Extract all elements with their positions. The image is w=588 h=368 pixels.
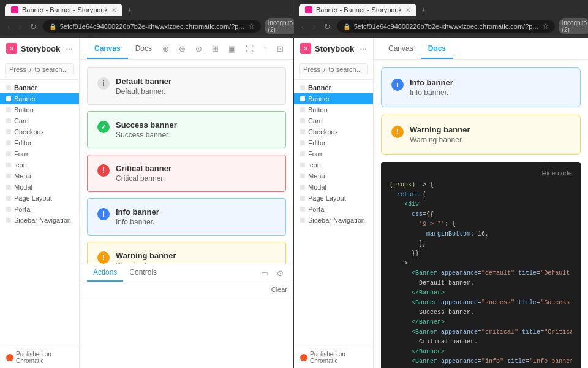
- left-actions-screen-btn[interactable]: ▭: [258, 267, 271, 279]
- right-tab-close[interactable]: ✕: [405, 7, 410, 13]
- left-refresh-btn[interactable]: ↻: [28, 21, 39, 33]
- right-published-badge: Published on Chromatic: [300, 351, 367, 364]
- left-zoom-in-btn[interactable]: ⊕: [160, 43, 172, 55]
- right-sidebar-item-banner-group[interactable]: Banner: [294, 82, 373, 93]
- left-forward-btn[interactable]: ›: [16, 21, 23, 33]
- right-nav-dot-form: [300, 151, 305, 156]
- left-tab-docs[interactable]: Docs: [128, 39, 159, 59]
- left-sidebar-item-form[interactable]: Form: [0, 148, 79, 159]
- left-sidebar-item-modal[interactable]: Modal: [0, 182, 79, 193]
- right-nav-dot-banner-group: [300, 85, 305, 90]
- left-back-btn[interactable]: ‹: [5, 21, 12, 33]
- right-sidebar-item-portal[interactable]: Portal: [294, 204, 373, 215]
- right-address-bar[interactable]: 🔒 5efcf81e64c94600226b7b2e-xhwwxlzoec.ch…: [337, 20, 555, 33]
- right-hide-code-btn[interactable]: Hide code: [541, 169, 572, 177]
- left-sidebar-item-card[interactable]: Card: [0, 115, 79, 126]
- left-sidebar-label-card: Card: [14, 117, 29, 125]
- left-sidebar-item-portal[interactable]: Portal: [0, 204, 79, 215]
- left-fullscreen-btn[interactable]: ⛶: [243, 43, 256, 55]
- right-sidebar-item-form[interactable]: Form: [294, 148, 373, 159]
- right-sidebar-item-menu[interactable]: Menu: [294, 171, 373, 182]
- right-sidebar-item-pagelayout[interactable]: Page Layout: [294, 193, 373, 204]
- left-new-tab-btn[interactable]: +: [125, 5, 135, 15]
- right-sidebar-label-portal: Portal: [308, 205, 326, 213]
- left-sidebar-item-menu[interactable]: Menu: [0, 171, 79, 182]
- left-sidebar-footer: Published on Chromatic: [0, 347, 79, 368]
- right-search-input[interactable]: [299, 63, 368, 75]
- left-bg-btn[interactable]: ▣: [226, 43, 238, 55]
- right-tab-docs[interactable]: Docs: [421, 39, 453, 59]
- left-sidebar-label-pagelayout: Page Layout: [14, 194, 52, 202]
- left-tab-bar: Banner - Banner - Storybook ✕ +: [5, 4, 288, 16]
- right-sidebar-item-icon[interactable]: Icon: [294, 159, 373, 171]
- left-sidebar-menu-btn[interactable]: ···: [66, 44, 73, 53]
- left-tab-canvas[interactable]: Canvas: [87, 39, 128, 59]
- left-banner-critical-text: Critical banner Critical banner.: [116, 164, 276, 183]
- right-refresh-btn[interactable]: ↻: [322, 21, 333, 33]
- left-sidebar-label-editor: Editor: [14, 139, 32, 147]
- right-doc-banner-warning-icon: !: [391, 126, 404, 138]
- right-sidebar-item-sidebarnav[interactable]: Sidebar Navigation: [294, 215, 373, 226]
- left-more-btn[interactable]: ⊡: [274, 43, 286, 55]
- left-zoom-out-btn[interactable]: ⊖: [176, 43, 188, 55]
- right-new-tab-btn[interactable]: +: [419, 5, 429, 15]
- left-banner-info-icon: i: [97, 208, 110, 220]
- right-sidebar-item-button[interactable]: Button: [294, 104, 373, 115]
- right-sidebar-label-sidebarnav: Sidebar Navigation: [308, 217, 365, 224]
- left-sidebar-item-checkbox[interactable]: Checkbox: [0, 126, 79, 137]
- right-sidebar-menu-btn[interactable]: ···: [360, 44, 367, 53]
- right-sidebar-item-card[interactable]: Card: [294, 115, 373, 126]
- left-sidebar-item-editor[interactable]: Editor: [0, 137, 79, 148]
- left-active-tab[interactable]: Banner - Banner - Storybook ✕: [5, 4, 123, 16]
- right-address-text: 5efcf81e64c94600226b7b2e-xhwwxlzoec.chro…: [354, 23, 538, 30]
- right-tab-canvas[interactable]: Canvas: [381, 39, 421, 59]
- right-sidebar-item-editor[interactable]: Editor: [294, 137, 373, 148]
- left-address-bar[interactable]: 🔒 5efcf81e64c94600226b7b2e-xhwwxlzoec.ch…: [43, 20, 261, 33]
- left-search-input[interactable]: [5, 63, 74, 75]
- left-browser-chrome: Banner - Banner - Storybook ✕ + ‹ › ↻ 🔒 …: [0, 0, 293, 38]
- left-star-icon[interactable]: ☆: [248, 22, 255, 31]
- right-code-pre: (props) => { return ( <div css={{ '& > *…: [390, 180, 572, 368]
- right-nav-dot-checkbox: [300, 129, 305, 134]
- left-clear-row: Clear: [80, 282, 293, 297]
- right-code-header: Hide code: [390, 169, 572, 177]
- left-actions-tab-actions[interactable]: Actions: [87, 264, 123, 282]
- right-star-icon[interactable]: ☆: [542, 22, 549, 31]
- right-back-btn[interactable]: ‹: [299, 21, 306, 33]
- left-published-badge: Published on Chromatic: [6, 351, 73, 364]
- right-code-container: Hide code (props) => { return ( <div css…: [381, 162, 581, 368]
- right-nav-dot-modal: [300, 185, 305, 190]
- left-sidebar-item-icon[interactable]: Icon: [0, 159, 79, 171]
- right-browser-window: Banner - Banner - Storybook ✕ + ‹ › ↻ 🔒 …: [294, 0, 588, 368]
- left-tab-close[interactable]: ✕: [111, 7, 116, 13]
- left-banner-warning-text: Warning banner Warning banner.: [116, 251, 276, 264]
- right-sidebar-item-modal[interactable]: Modal: [294, 182, 373, 193]
- right-sidebar-item-checkbox[interactable]: Checkbox: [294, 126, 373, 137]
- right-forward-btn[interactable]: ›: [310, 21, 317, 33]
- right-sidebar-label-checkbox: Checkbox: [308, 128, 338, 136]
- left-sidebar-item-sidebarnav[interactable]: Sidebar Navigation: [0, 215, 79, 226]
- right-sidebar-item-banner-story[interactable]: Banner: [294, 93, 373, 104]
- left-clear-btn[interactable]: Clear: [271, 286, 287, 293]
- left-share-btn[interactable]: ↑: [261, 43, 270, 55]
- left-banner-success-title: Success banner: [116, 120, 276, 129]
- left-sidebar-item-button[interactable]: Button: [0, 104, 79, 115]
- right-active-tab[interactable]: Banner - Banner - Storybook ✕: [299, 4, 417, 16]
- left-sidebar-item-banner-story[interactable]: Banner: [0, 93, 79, 104]
- left-banner-success-content: ✓ Success banner Success banner.: [88, 112, 285, 148]
- left-sidebar-label-button: Button: [14, 106, 34, 113]
- left-zoom-reset-btn[interactable]: ⊙: [193, 43, 205, 55]
- left-banner-warning: ! Warning banner Warning banner.: [87, 242, 286, 264]
- left-sidebar-item-banner-group[interactable]: Banner: [0, 82, 79, 93]
- left-banner-critical-desc: Critical banner.: [116, 174, 276, 183]
- left-banner-default-content: i Default banner Default banner.: [88, 68, 285, 104]
- left-grid-btn[interactable]: ⊞: [209, 43, 221, 55]
- left-actions-settings-btn[interactable]: ⊙: [274, 267, 286, 279]
- left-actions-tab-controls[interactable]: Controls: [123, 264, 163, 282]
- right-app-content: S Storybook ··· Banner Banner: [294, 38, 588, 368]
- left-logo-icon: S: [6, 43, 17, 54]
- left-sidebar-item-pagelayout[interactable]: Page Layout: [0, 193, 79, 204]
- left-banner-warning-icon: !: [97, 251, 110, 264]
- left-banner-info-text: Info banner Info banner.: [116, 207, 276, 226]
- right-main-content: Canvas Docs i Info banner Info banner.: [374, 38, 588, 368]
